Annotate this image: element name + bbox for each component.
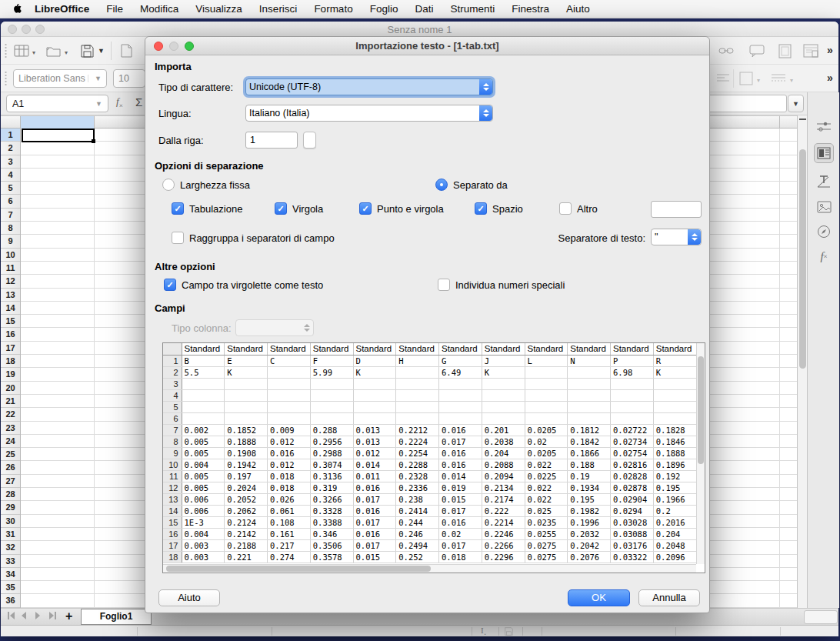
column-header-a[interactable]	[21, 116, 94, 129]
row-headers[interactable]: 1234567891011121314151617181920212223242…	[1, 129, 21, 608]
scrollbar-thumb[interactable]	[799, 149, 806, 369]
row-header-29[interactable]: 29	[1, 501, 20, 514]
row-header-30[interactable]: 30	[1, 515, 20, 528]
row-header-19[interactable]: 19	[1, 368, 20, 381]
apple-menu-icon[interactable]	[12, 3, 22, 15]
toolbar-grip[interactable]	[5, 71, 7, 86]
row-header-22[interactable]: 22	[1, 408, 20, 421]
row-header-9[interactable]: 9	[1, 235, 20, 248]
row-header-35[interactable]: 35	[1, 581, 20, 594]
quoted-as-text-checkbox[interactable]: ✓	[164, 279, 176, 291]
open-file-dropdown-icon[interactable]: ▾	[65, 49, 68, 56]
preview-column-header-3[interactable]: Standard	[268, 343, 311, 355]
stepper-icon[interactable]	[688, 229, 701, 245]
preview-column-header-1[interactable]: Standard	[182, 343, 225, 355]
row-header-26[interactable]: 26	[1, 461, 20, 474]
save-icon[interactable]	[78, 42, 95, 59]
preview-column-header-12[interactable]: Standard	[653, 343, 696, 355]
menu-file[interactable]: File	[106, 3, 123, 15]
row-header-36[interactable]: 36	[1, 594, 20, 607]
text-delimiter-combo[interactable]: "	[651, 229, 702, 245]
new-document-icon[interactable]	[13, 42, 30, 59]
row-header-8[interactable]: 8	[1, 222, 20, 235]
insert-textbox-icon[interactable]	[776, 42, 793, 59]
merge-delimiters-checkbox[interactable]	[172, 232, 184, 244]
from-row-input[interactable]: 1	[245, 132, 298, 149]
scrollbar-thumb[interactable]	[166, 566, 431, 572]
row-header-1[interactable]: 1	[1, 129, 20, 142]
row-header-13[interactable]: 13	[1, 289, 20, 302]
window-titlebar[interactable]: Senza nome 1	[1, 22, 838, 37]
preview-vertical-scrollbar[interactable]	[696, 343, 705, 564]
save-dropdown-icon[interactable]: ▼	[98, 47, 105, 55]
font-size-combo[interactable]: 10	[113, 69, 145, 88]
menu-modifica[interactable]: Modifica	[140, 3, 178, 15]
scrollbar-thumb[interactable]	[698, 356, 704, 464]
row-header-31[interactable]: 31	[1, 528, 20, 541]
open-file-icon[interactable]	[45, 42, 62, 59]
menu-aiuto[interactable]: Aiuto	[566, 3, 590, 15]
menu-inserisci[interactable]: Inserisci	[259, 3, 298, 15]
row-header-24[interactable]: 24	[1, 435, 20, 448]
stepper-icon[interactable]	[479, 79, 492, 95]
row-header-20[interactable]: 20	[1, 382, 20, 395]
charset-combo[interactable]: Unicode (UTF-8)	[245, 78, 493, 95]
horizontal-scrollbar[interactable]	[804, 610, 838, 624]
semicolon-checkbox[interactable]: ✓	[359, 202, 372, 215]
borders-icon[interactable]	[738, 70, 755, 87]
sidebar-functions-icon[interactable]: f×	[814, 246, 834, 266]
insert-mode-icon[interactable]: I˯	[481, 626, 486, 635]
row-header-17[interactable]: 17	[1, 342, 20, 355]
row-header-11[interactable]: 11	[1, 262, 20, 275]
sidebar-settings-icon[interactable]	[814, 117, 834, 137]
row-header-14[interactable]: 14	[1, 302, 20, 315]
row-header-12[interactable]: 12	[1, 275, 20, 288]
row-header-3[interactable]: 3	[1, 155, 20, 169]
preview-column-header-4[interactable]: Standard	[310, 343, 353, 355]
selected-cell-a1[interactable]	[22, 129, 95, 142]
row-header-33[interactable]: 33	[1, 555, 20, 568]
separated-by-radio[interactable]	[435, 179, 448, 191]
preview-column-header-2[interactable]: Standard	[225, 343, 268, 355]
sheet-tab-foglio1[interactable]: Foglio1	[81, 609, 152, 625]
row-header-5[interactable]: 5	[1, 182, 20, 195]
sum-icon[interactable]: Σ	[135, 95, 142, 109]
row-header-7[interactable]: 7	[1, 209, 20, 222]
name-box[interactable]: A1 ▼	[6, 95, 108, 112]
cancel-button[interactable]: Annulla	[638, 589, 700, 606]
last-sheet-icon[interactable]	[48, 612, 57, 619]
vertical-scrollbar[interactable]	[797, 115, 807, 608]
fill-handle[interactable]	[92, 139, 95, 143]
preview-column-header-6[interactable]: Standard	[396, 343, 439, 355]
border-style-dropdown-icon[interactable]: ▾	[790, 77, 793, 84]
help-button[interactable]: Aiuto	[158, 589, 220, 606]
border-style-icon[interactable]	[770, 70, 787, 87]
preview-column-header-11[interactable]: Standard	[611, 343, 654, 355]
row-header-18[interactable]: 18	[1, 355, 20, 368]
sidebar-styles-icon[interactable]	[814, 172, 834, 192]
export-pdf-icon[interactable]	[118, 42, 135, 59]
preview-column-header-10[interactable]: Standard	[568, 343, 611, 355]
insert-comment-icon[interactable]	[748, 42, 765, 59]
menu-finestra[interactable]: Finestra	[512, 3, 549, 15]
menu-visualizza[interactable]: Visualizza	[195, 3, 242, 15]
row-header-25[interactable]: 25	[1, 448, 20, 461]
tab-checkbox[interactable]: ✓	[172, 202, 184, 215]
toolbar-overflow-icon[interactable]: »	[827, 44, 833, 56]
preview-column-header-8[interactable]: Standard	[482, 343, 525, 355]
row-header-28[interactable]: 28	[1, 488, 20, 501]
row-header-27[interactable]: 27	[1, 475, 20, 488]
row-header-16[interactable]: 16	[1, 328, 20, 341]
space-checkbox[interactable]: ✓	[475, 202, 487, 215]
previous-sheet-icon[interactable]	[21, 612, 27, 619]
row-header-21[interactable]: 21	[1, 395, 20, 408]
row-header-6[interactable]: 6	[1, 195, 20, 208]
row-header-34[interactable]: 34	[1, 568, 20, 581]
preview-column-header-9[interactable]: Standard	[525, 343, 568, 355]
from-row-spinner[interactable]	[303, 132, 316, 149]
first-sheet-icon[interactable]	[7, 612, 15, 619]
toolbar-grip[interactable]	[5, 43, 7, 58]
comma-checkbox[interactable]: ✓	[275, 202, 287, 215]
menu-dati[interactable]: Dati	[415, 3, 433, 15]
menu-foglio[interactable]: Foglio	[370, 3, 398, 15]
